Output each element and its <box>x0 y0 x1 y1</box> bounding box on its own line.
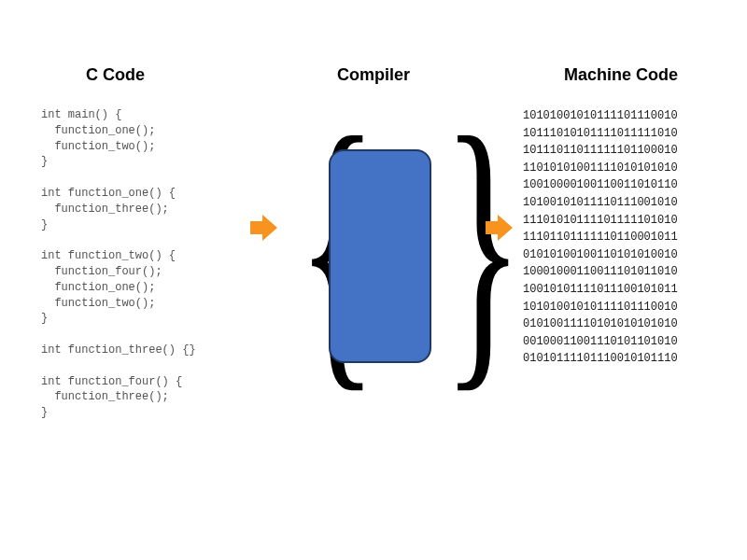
c-code-heading: C Code <box>41 65 256 85</box>
diagram-container: C Code int main() { function_one(); func… <box>0 0 747 560</box>
compiler-box <box>329 149 431 363</box>
c-code-block: int main() { function_one(); function_tw… <box>41 107 256 421</box>
machine-code-column: Machine Code 10101001010111101110010 101… <box>523 65 719 368</box>
machine-code-heading: Machine Code <box>523 65 719 85</box>
machine-code-block: 10101001010111101110010 1011101010111101… <box>523 107 719 368</box>
c-code-column: C Code int main() { function_one(); func… <box>41 65 256 421</box>
right-brace-icon: } <box>443 91 524 399</box>
